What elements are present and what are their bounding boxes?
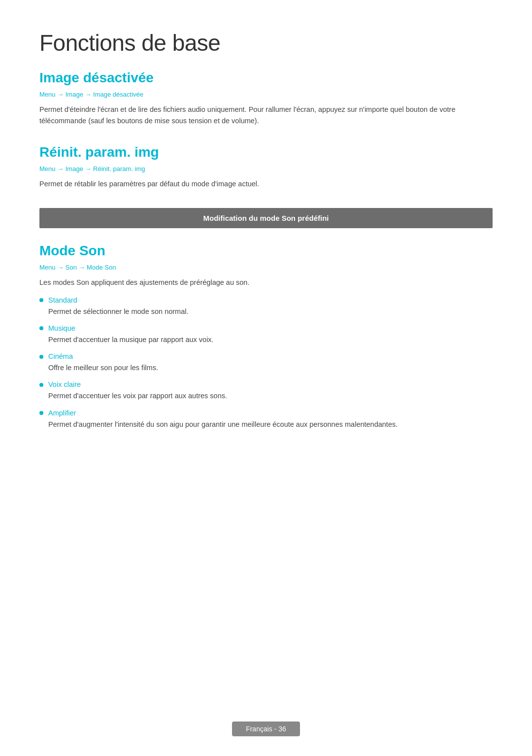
mode-son-list: StandardPermet de sélectionner le mode s… bbox=[39, 296, 493, 430]
bullet-label: Voix claire bbox=[48, 380, 81, 388]
list-item: Voix clairePermet d'accentuer les voix p… bbox=[39, 380, 493, 402]
bullet-label: Cinéma bbox=[48, 352, 73, 360]
body-text-image-desactivee: Permet d'éteindre l'écran et de lire des… bbox=[39, 104, 493, 127]
body-text-reinit-param-img: Permet de rétablir les paramètres par dé… bbox=[39, 178, 493, 190]
bullet-description: Permet de sélectionner le mode son norma… bbox=[48, 306, 493, 317]
list-item: MusiquePermet d'accentuer la musique par… bbox=[39, 324, 493, 345]
breadcrumb-image-desactivee: Menu → Image → Image désactivée bbox=[39, 91, 493, 98]
bullet-description: Offre le meilleur son pour les films. bbox=[48, 362, 493, 374]
bullet-dot-icon bbox=[39, 355, 43, 359]
list-item: AmplifierPermet d'augmenter l'intensité … bbox=[39, 409, 493, 430]
breadcrumb-mode-son: Menu → Son → Mode Son bbox=[39, 264, 493, 271]
section-heading-mode-son: Mode Son bbox=[39, 243, 493, 259]
bullet-label: Standard bbox=[48, 296, 77, 304]
bullet-dot-icon bbox=[39, 383, 43, 387]
section-reinit-param-img: Réinit. param. img Menu → Image → Réinit… bbox=[39, 144, 493, 190]
page-title: Fonctions de base bbox=[39, 30, 493, 56]
bullet-dot-icon bbox=[39, 411, 43, 415]
section-heading-image-desactivee: Image désactivée bbox=[39, 70, 493, 86]
bullet-label: Musique bbox=[48, 324, 75, 332]
bullet-dot-icon bbox=[39, 326, 43, 330]
section-image-desactivee: Image désactivée Menu → Image → Image dé… bbox=[39, 70, 493, 127]
section-mode-son: Mode Son Menu → Son → Mode Son Les modes… bbox=[39, 243, 493, 430]
list-item: StandardPermet de sélectionner le mode s… bbox=[39, 296, 493, 317]
bullet-description: Permet d'accentuer les voix par rapport … bbox=[48, 390, 493, 402]
divider-mode-son: Modification du mode Son prédéfini bbox=[39, 208, 493, 228]
footer: Français - 36 bbox=[0, 722, 532, 736]
bullet-description: Permet d'accentuer la musique par rappor… bbox=[48, 334, 493, 345]
section-heading-reinit-param-img: Réinit. param. img bbox=[39, 144, 493, 160]
bullet-label: Amplifier bbox=[48, 409, 76, 417]
body-text-mode-son-intro: Les modes Son appliquent des ajustements… bbox=[39, 277, 493, 288]
bullet-description: Permet d'augmenter l'intensité du son ai… bbox=[48, 419, 493, 430]
breadcrumb-reinit-param-img: Menu → Image → Réinit. param. img bbox=[39, 165, 493, 172]
list-item: CinémaOffre le meilleur son pour les fil… bbox=[39, 352, 493, 374]
footer-label: Français - 36 bbox=[232, 722, 300, 736]
bullet-dot-icon bbox=[39, 298, 43, 302]
